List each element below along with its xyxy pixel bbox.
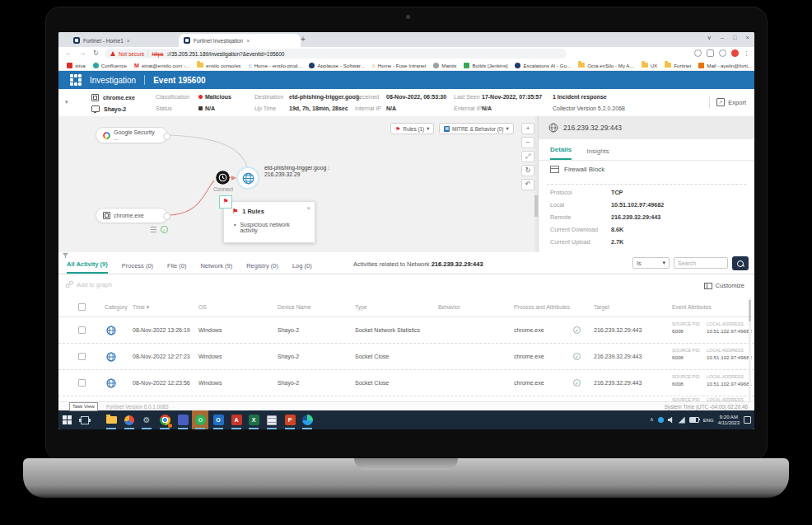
rule-name[interactable]: Suspicious network activity [240, 222, 308, 233]
forward-icon[interactable]: → [79, 49, 86, 57]
filter-icon[interactable] [63, 253, 68, 258]
refresh-layout-button[interactable]: ↻ [521, 165, 534, 176]
process-graph-canvas[interactable]: Google Security ... chrome.exe ✓ Connect [58, 116, 538, 252]
taskbar-edge[interactable] [299, 410, 315, 429]
customize-columns-button[interactable]: Customize [704, 282, 744, 289]
tray-expand-icon[interactable]: ∧ [650, 417, 654, 423]
node-connector-icon[interactable] [163, 213, 170, 220]
tab-all-activity[interactable]: All Activity (9) [67, 260, 108, 274]
graph-node-chrome[interactable]: chrome.exe [96, 208, 168, 223]
task-view-button[interactable] [77, 410, 93, 429]
action-center-icon[interactable] [744, 416, 751, 424]
cell-target[interactable]: 216.239.32.29:443 [594, 327, 642, 333]
collapse-chevron-icon[interactable]: ▾ [65, 99, 68, 105]
bookmark[interactable]: Mail - ayelin@forti... [698, 63, 752, 68]
column-header[interactable]: Behavior [438, 304, 460, 310]
row-checkbox[interactable] [78, 353, 86, 360]
extension-icon[interactable] [694, 49, 702, 57]
close-icon[interactable]: × [307, 204, 310, 212]
bookmark[interactable]: Applause - Softwar... [309, 63, 364, 68]
tab-log[interactable]: Log (0) [292, 262, 312, 274]
table-row[interactable]: 08-Nov-2022 13:26:19 Windows Shayo-2 Soc… [58, 317, 754, 344]
extension-icon[interactable] [719, 49, 726, 57]
taskbar-outlook[interactable]: O [210, 410, 226, 429]
language-indicator[interactable]: ENG [703, 418, 714, 423]
cell-target[interactable]: 216.239.32.29:443 [594, 354, 642, 359]
taskbar-chrome[interactable] [156, 410, 173, 429]
bookmark[interactable]: Fortinet [665, 63, 691, 68]
bookmark[interactable]: Builds [Jenkins] [464, 63, 507, 68]
triggered-rule-chip[interactable]: ⚑ [219, 195, 232, 209]
bookmark[interactable]: Meinat@ensilo.com -... [134, 63, 189, 68]
profile-avatar[interactable] [731, 49, 739, 57]
reload-icon[interactable]: ↻ [93, 49, 99, 57]
tray-app-icon[interactable] [658, 417, 664, 423]
node-connector-icon[interactable] [163, 133, 170, 140]
window-maximize-icon[interactable]: □ [733, 34, 737, 41]
bookmark[interactable]: ensilo consoles [197, 63, 240, 68]
add-to-graph-button[interactable]: Add to graph [65, 280, 112, 288]
bookmark[interactable]: Octa enSilo - My A... [578, 63, 633, 68]
row-checkbox[interactable] [78, 326, 86, 334]
graph-node-remote-ip[interactable] [236, 166, 259, 190]
taskbar-teams[interactable] [175, 410, 191, 429]
window-menu-icon[interactable]: ∨ [707, 34, 712, 41]
browser-tab-investigation[interactable]: Fortinet Investigation × [179, 34, 301, 47]
zoom-out-button[interactable]: − [521, 137, 534, 148]
column-header[interactable]: Type [355, 304, 367, 310]
new-tab-button[interactable]: + [301, 35, 306, 44]
tab-registry[interactable]: Registry (0) [246, 262, 278, 274]
taskbar-whatsapp[interactable] [192, 410, 208, 429]
taskbar-powerpoint[interactable]: P [282, 410, 298, 429]
incident-response-link[interactable]: 1 Incident response [553, 94, 607, 100]
taskbar-acrobat[interactable]: A [228, 410, 245, 429]
volume-icon[interactable] [668, 417, 674, 424]
row-checkbox[interactable] [78, 379, 86, 387]
bookmark[interactable]: ⌂Home - Fuse Intranet [372, 63, 427, 68]
close-tab-icon[interactable]: × [127, 38, 130, 44]
bookmark[interactable]: ⌂Home - ensilo-prod... [248, 63, 301, 68]
window-minimize-icon[interactable]: – [721, 34, 724, 41]
taskbar-photos-app[interactable] [121, 410, 138, 429]
address-bar[interactable]: Not secure https://35.205.251.189/invest… [105, 49, 567, 59]
fit-screen-button[interactable]: ⤢ [521, 151, 534, 162]
battery-icon[interactable] [689, 417, 699, 423]
mitre-behavior-button[interactable]: M MITRE & Behavior (0) ▾ [439, 123, 514, 134]
connect-event-node[interactable] [216, 171, 230, 185]
column-header-time[interactable]: Time ▾ [133, 304, 149, 311]
table-scrollbar[interactable] [749, 298, 751, 401]
close-tab-icon[interactable]: × [246, 38, 250, 44]
tab-process[interactable]: Process (0) [122, 262, 153, 274]
not-secure-label[interactable]: Not secure [119, 51, 144, 57]
network-icon[interactable] [679, 417, 685, 424]
tab-network[interactable]: Network (9) [200, 262, 232, 274]
zoom-in-button[interactable]: + [521, 123, 534, 134]
taskbar-notes[interactable] [264, 410, 280, 429]
column-header[interactable]: Event Attributes [672, 304, 712, 310]
column-header[interactable]: Process and Attributes [514, 304, 570, 310]
column-header[interactable]: Target [594, 304, 609, 310]
graph-node-google-security[interactable]: Google Security ... [96, 127, 168, 143]
search-input[interactable] [674, 257, 728, 269]
taskbar-file-explorer[interactable] [103, 410, 119, 429]
start-button[interactable] [58, 410, 75, 429]
column-header[interactable]: OS [198, 304, 207, 310]
firewall-block-action[interactable]: Firewall Block [550, 166, 604, 173]
bookmark[interactable]: Confluence [93, 63, 127, 68]
tab-file[interactable]: File (0) [167, 262, 186, 274]
bookmark[interactable]: Escalations AI - Go... [515, 63, 571, 68]
table-row[interactable]: 08-Nov-2022 12:27:23 Windows Shayo-2 Soc… [58, 344, 754, 370]
undo-button[interactable]: ↶ [521, 179, 534, 190]
tab-insights[interactable]: Insights [586, 148, 609, 160]
tab-details[interactable]: Details [550, 146, 572, 160]
bookmark[interactable]: Mantis [433, 63, 456, 68]
bookmark[interactable]: UX [642, 63, 658, 68]
column-header[interactable]: Device Name [278, 304, 311, 310]
bookmark[interactable]: sitva [67, 63, 86, 68]
back-icon[interactable]: ← [65, 49, 72, 57]
extension-icon[interactable] [707, 49, 714, 57]
browser-menu-icon[interactable]: ⋮ [744, 50, 749, 57]
cell-target[interactable]: 216.239.32.29:443 [594, 380, 642, 386]
table-row[interactable]: 08-Nov-2022 12:23:56 Windows Shayo-2 Soc… [58, 370, 754, 396]
export-button[interactable]: ↗ Export [709, 96, 746, 108]
